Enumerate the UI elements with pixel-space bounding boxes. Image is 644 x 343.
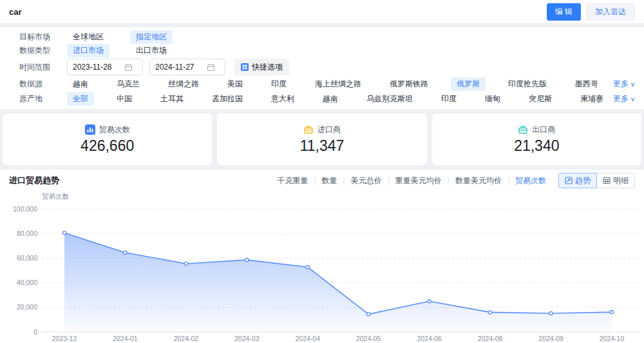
filter-option[interactable]: 乌兹别克斯坦: [361, 92, 419, 106]
filter-option[interactable]: 柬埔寨: [574, 92, 609, 106]
trade-count-bar-chart-icon: [85, 124, 95, 135]
filter-option[interactable]: 指定地区: [130, 30, 173, 44]
filter-option[interactable]: 孟加拉国: [206, 92, 249, 106]
target-market-options: 全球地区指定地区: [67, 30, 635, 44]
origin-more-link[interactable]: 更多: [613, 93, 635, 104]
exporter-value: 21,340: [514, 137, 559, 155]
trend-view-label: 趋势: [575, 175, 591, 186]
stats-row: 贸易次数 426,660 进口商 11,347 出口商 21,340: [3, 113, 641, 165]
filter-option[interactable]: 丝绸之路: [162, 77, 205, 91]
filter-option[interactable]: 印度抢先版: [502, 77, 553, 91]
metric-tab[interactable]: 美元总价: [345, 175, 388, 186]
svg-text:0: 0: [33, 328, 37, 336]
start-date-input[interactable]: [73, 63, 124, 72]
data-type-label: 数据类型: [19, 45, 67, 56]
svg-text:2024-01: 2024-01: [113, 335, 138, 342]
target-market-row: 目标市场 全球地区指定地区: [19, 30, 635, 44]
origin-label: 原产地: [19, 93, 67, 104]
detail-view-label: 明细: [613, 175, 629, 186]
svg-text:60,000: 60,000: [17, 254, 37, 262]
data-source-row: 数据源 越南乌克兰丝绸之路美国印度海上丝绸之路俄罗斯铁路俄罗斯印度抢先版墨西哥哈…: [19, 77, 635, 92]
filter-option[interactable]: 出口市场: [130, 44, 173, 57]
topbar-actions: 编 辑 加入雷达: [547, 3, 635, 21]
importer-card: 进口商 11,347: [217, 113, 426, 165]
metric-tab[interactable]: 贸易次数: [509, 175, 552, 186]
detail-table-icon: [603, 177, 611, 184]
exporter-label: 出口商: [532, 124, 555, 135]
filter-option[interactable]: 墨西哥: [569, 77, 604, 91]
importer-icon: [303, 124, 314, 135]
filter-option[interactable]: 越南: [67, 77, 94, 91]
detail-view-button[interactable]: 明细: [597, 173, 635, 188]
svg-text:2024-02: 2024-02: [174, 335, 199, 342]
page-title: car: [9, 7, 22, 17]
filter-option[interactable]: 全部: [67, 92, 94, 106]
metric-tab[interactable]: 千克重量: [271, 175, 314, 186]
svg-text:2024-10: 2024-10: [600, 335, 625, 342]
end-date-input[interactable]: [155, 63, 207, 72]
filter-option[interactable]: 进口市场: [67, 44, 109, 57]
chart-title: 进口贸易趋势: [9, 175, 59, 186]
topbar: car 编 辑 加入雷达: [0, 0, 644, 23]
target-market-label: 目标市场: [19, 32, 67, 43]
filter-option[interactable]: 中国: [111, 92, 138, 106]
filter-option[interactable]: 意大利: [265, 92, 300, 106]
start-date-picker[interactable]: [67, 59, 143, 75]
filter-option[interactable]: 越南: [317, 92, 344, 106]
importer-value: 11,347: [300, 137, 345, 155]
metric-tab[interactable]: 数量: [316, 175, 343, 186]
data-type-options: 进口市场出口市场: [67, 44, 635, 57]
svg-text:100,000: 100,000: [13, 205, 37, 213]
filter-option[interactable]: 俄罗斯铁路: [384, 77, 434, 91]
data-type-row: 数据类型 进口市场出口市场: [19, 44, 635, 57]
filter-option[interactable]: 全球地区: [67, 30, 109, 44]
trade-count-value: 426,660: [80, 137, 134, 155]
metric-tab[interactable]: 重量美元均价: [390, 175, 448, 186]
quick-options-label: 快捷选项: [252, 62, 283, 73]
filter-option[interactable]: 印度: [435, 92, 462, 106]
importer-label: 进口商: [317, 124, 341, 135]
exporter-icon: [518, 124, 528, 135]
data-source-label: 数据源: [19, 79, 67, 90]
svg-text:2024-06: 2024-06: [417, 335, 442, 342]
end-date-picker[interactable]: [149, 59, 225, 75]
metric-tab[interactable]: 数量美元均价: [450, 175, 507, 186]
svg-text:40,000: 40,000: [17, 279, 37, 286]
origin-row: 原产地 全部中国土耳其孟加拉国意大利越南乌兹别克斯坦印度缅甸突尼斯柬埔寨德国保加…: [19, 92, 635, 106]
data-source-more-link[interactable]: 更多: [613, 79, 635, 90]
origin-options: 全部中国土耳其孟加拉国意大利越南乌兹别克斯坦印度缅甸突尼斯柬埔寨德国保加利亚葡萄…: [67, 92, 613, 106]
exporter-card: 出口商 21,340: [432, 113, 641, 165]
time-range-row: 时间范围 快捷选项: [19, 57, 635, 77]
svg-text:2024-08: 2024-08: [478, 335, 503, 342]
filter-option[interactable]: 海上丝绸之路: [309, 77, 367, 91]
filter-option[interactable]: 缅甸: [479, 92, 506, 106]
calendar-icon: [124, 63, 133, 72]
trade-count-label: 贸易次数: [99, 124, 130, 135]
svg-text:2024-05: 2024-05: [356, 335, 381, 342]
filter-option[interactable]: 美国: [222, 77, 249, 91]
trend-view-button[interactable]: 趋势: [558, 173, 597, 188]
calendar-icon: [207, 63, 215, 72]
svg-text:2024-09: 2024-09: [538, 335, 564, 342]
filter-option[interactable]: 印度: [265, 77, 292, 91]
filter-option[interactable]: 乌克兰: [111, 77, 146, 91]
chart-header: 进口贸易趋势 千克重量|数量|美元总价|重量美元均价|数量美元均价|贸易次数 趋…: [0, 170, 644, 188]
svg-text:2024-03: 2024-03: [234, 335, 260, 342]
filter-option[interactable]: 土耳其: [155, 92, 189, 106]
trade-trend-area-chart: 020,00040,00060,00080,000100,000贸易次数2023…: [0, 188, 644, 343]
trade-count-card: 贸易次数 426,660: [3, 113, 212, 165]
edit-button[interactable]: 编 辑: [547, 3, 581, 21]
quick-options-button[interactable]: 快捷选项: [234, 59, 289, 75]
svg-text:20,000: 20,000: [17, 303, 37, 311]
quick-options-icon: [241, 63, 249, 71]
import-trend-panel: 进口贸易趋势 千克重量|数量|美元总价|重量美元均价|数量美元均价|贸易次数 趋…: [0, 170, 644, 343]
filter-panel: 目标市场 全球地区指定地区 数据类型 进口市场出口市场 时间范围 快捷选项 数据…: [0, 27, 644, 109]
data-source-options: 越南乌克兰丝绸之路美国印度海上丝绸之路俄罗斯铁路俄罗斯印度抢先版墨西哥哈萨克斯坦…: [67, 77, 613, 91]
metric-tabs: 千克重量|数量|美元总价|重量美元均价|数量美元均价|贸易次数: [271, 175, 552, 186]
filter-option[interactable]: 突尼斯: [523, 92, 558, 106]
svg-text:2024-04: 2024-04: [296, 335, 321, 342]
trend-icon: [565, 177, 573, 184]
filter-option[interactable]: 俄罗斯: [451, 77, 486, 91]
time-range-label: 时间范围: [19, 62, 67, 73]
add-radar-button[interactable]: 加入雷达: [586, 3, 635, 21]
